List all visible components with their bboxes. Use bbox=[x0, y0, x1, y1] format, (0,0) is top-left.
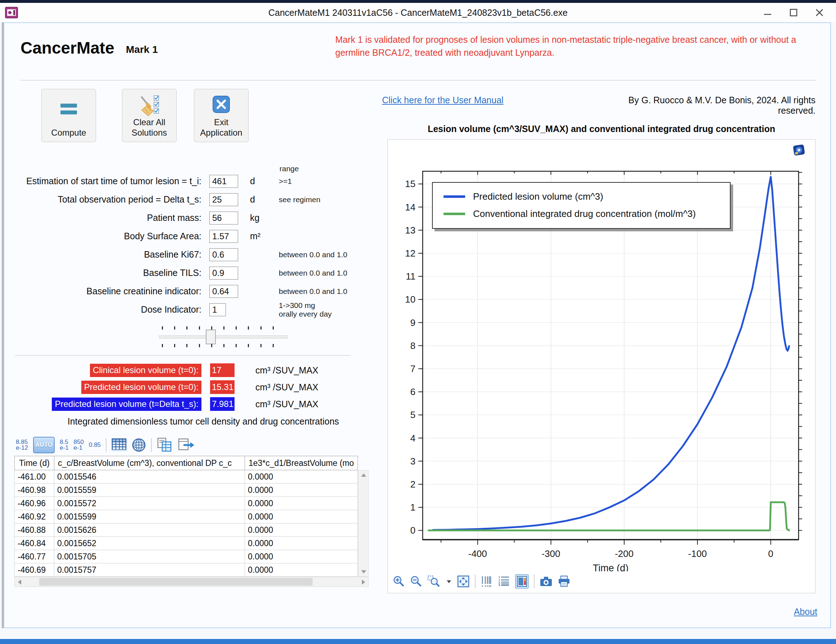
camera-icon[interactable] bbox=[540, 575, 552, 587]
field-input[interactable]: 0.6 bbox=[209, 248, 238, 261]
scroll-left-icon[interactable] bbox=[18, 580, 21, 585]
series-line-2 bbox=[428, 502, 789, 530]
export-table-icon[interactable] bbox=[178, 438, 195, 452]
field-box-wrap: 1 bbox=[201, 303, 250, 316]
close-icon bbox=[815, 8, 824, 17]
field-input[interactable]: 1.57 bbox=[209, 230, 238, 243]
floating-plot-icon[interactable] bbox=[515, 574, 529, 588]
field-unit: d bbox=[250, 194, 279, 205]
result-value[interactable]: 17 bbox=[210, 363, 235, 377]
maximize-button[interactable] bbox=[780, 3, 807, 22]
field-input[interactable]: 461 bbox=[209, 175, 238, 188]
svg-text:13: 13 bbox=[405, 225, 415, 235]
field-box-wrap: 0.9 bbox=[201, 266, 250, 280]
field-range-note: see regimen bbox=[279, 195, 320, 204]
clear-all-solutions-button[interactable]: Clear All Solutions bbox=[122, 89, 176, 142]
compute-equals-icon bbox=[42, 102, 96, 116]
table-grid-icon[interactable] bbox=[111, 438, 127, 452]
table-cell: -460.77 bbox=[15, 550, 54, 564]
field-input[interactable]: 0.9 bbox=[209, 266, 238, 280]
form-row: Body Surface Area:1.57m² bbox=[4, 227, 382, 245]
slider-track[interactable] bbox=[159, 335, 288, 338]
user-manual-link[interactable]: Click here for the User Manual bbox=[382, 95, 504, 105]
column-header-cc[interactable]: c_c/BreastVolume (cm^3), conventional DP… bbox=[54, 456, 245, 470]
slider-thumb[interactable] bbox=[206, 330, 216, 344]
scroll-down-icon[interactable] bbox=[361, 570, 366, 574]
compute-button[interactable]: Compute bbox=[41, 89, 96, 142]
table-cell: 0.0000 bbox=[245, 564, 358, 577]
zoom-box-icon[interactable] bbox=[427, 575, 441, 587]
svg-text:15: 15 bbox=[405, 178, 415, 189]
toolbar-separator bbox=[534, 575, 534, 588]
y-axis-scale-icon[interactable] bbox=[498, 575, 510, 587]
field-input[interactable]: 56 bbox=[209, 212, 238, 224]
sphere-icon[interactable] bbox=[132, 438, 146, 452]
minimize-button[interactable] bbox=[755, 3, 780, 22]
result-label-wrap: Clinical lesion volume (t=0): bbox=[4, 364, 201, 377]
results-divider bbox=[15, 355, 350, 356]
precision-button-eng2[interactable]: 850 e-1 bbox=[74, 439, 84, 450]
field-label: Dose Indicator: bbox=[4, 304, 201, 315]
scroll-right-icon[interactable] bbox=[362, 580, 365, 585]
table-cell: 0.0000 bbox=[245, 523, 358, 537]
printer-icon[interactable] bbox=[558, 575, 570, 587]
result-value[interactable]: 7.981 bbox=[210, 397, 235, 411]
table-row[interactable]: -460.690.00157570.0000 bbox=[15, 564, 369, 577]
compute-button-label: Compute bbox=[42, 128, 96, 138]
column-header-cd1[interactable]: 1e3*c_d1/BreastVolume (mo bbox=[245, 456, 358, 470]
field-input[interactable]: 0.64 bbox=[209, 285, 238, 298]
table-row[interactable]: -460.840.00156520.0000 bbox=[15, 537, 369, 550]
precision-auto-button[interactable]: AUTO bbox=[33, 437, 55, 453]
form-row: Estimation of start time of tumor lesion… bbox=[4, 172, 382, 190]
field-box-wrap: 56 bbox=[201, 212, 250, 224]
field-box-wrap: 1.57 bbox=[201, 230, 250, 243]
table-cell: -460.88 bbox=[15, 523, 54, 537]
precision-button-dec[interactable]: 0.85 bbox=[89, 442, 101, 448]
dose-slider[interactable] bbox=[159, 326, 288, 347]
table-row[interactable]: -460.880.00156260.0000 bbox=[15, 523, 369, 537]
app-brand: CancerMate bbox=[21, 38, 114, 57]
svg-text:Time (d): Time (d) bbox=[593, 563, 629, 571]
table-row[interactable]: -460.920.00155990.0000 bbox=[15, 510, 369, 523]
copy-table-icon[interactable] bbox=[157, 438, 173, 453]
field-range-note: between 0.0 and 1.0 bbox=[279, 287, 347, 296]
broom-checklist-icon bbox=[122, 95, 176, 118]
svg-text:8: 8 bbox=[410, 340, 415, 351]
svg-text:5: 5 bbox=[410, 409, 415, 420]
exit-application-button[interactable]: Exit Application bbox=[194, 89, 248, 142]
svg-text:-100: -100 bbox=[688, 548, 707, 559]
zoom-out-icon[interactable] bbox=[410, 575, 422, 587]
field-label: Baseline TILS: bbox=[4, 268, 201, 278]
table-row[interactable]: -461.000.00155460.0000 bbox=[15, 470, 369, 484]
field-box-wrap: 25 bbox=[201, 193, 250, 206]
result-unit: cm³ /SUV_MAX bbox=[255, 399, 318, 409]
table-row[interactable]: -460.980.00155590.0000 bbox=[15, 484, 369, 497]
result-label: Predicted lesion volume (t=Delta t_s): bbox=[52, 397, 201, 411]
horizontal-scroll-thumb[interactable] bbox=[39, 578, 313, 586]
header-divider bbox=[21, 80, 816, 80]
table-toolbar: 8.85 e-12 AUTO 8.5 e-1 850 e-1 0.85 bbox=[16, 437, 195, 453]
table-horizontal-scrollbar[interactable] bbox=[15, 577, 369, 587]
scroll-up-icon[interactable] bbox=[361, 474, 366, 477]
close-button[interactable] bbox=[807, 3, 833, 22]
precision-button-sci[interactable]: 8.85 e-12 bbox=[16, 439, 28, 450]
screen: CancerMateM1 240311v1aC56 - CancerMateM1… bbox=[0, 0, 836, 644]
x-axis-scale-icon[interactable] bbox=[481, 575, 493, 587]
table-row[interactable]: -460.770.00157050.0000 bbox=[15, 550, 369, 564]
svg-text:-300: -300 bbox=[541, 548, 560, 559]
column-header-time[interactable]: Time (d) bbox=[15, 456, 54, 470]
field-input[interactable]: 1 bbox=[209, 303, 226, 316]
caret-down-icon[interactable] bbox=[446, 579, 452, 584]
precision-button-eng[interactable]: 8.5 e-1 bbox=[60, 439, 69, 450]
chart-toolbar bbox=[393, 573, 570, 590]
fit-view-icon[interactable] bbox=[457, 575, 470, 588]
field-box-wrap: 0.64 bbox=[201, 285, 250, 298]
svg-text:1: 1 bbox=[410, 502, 415, 513]
table-row[interactable]: -460.960.00155720.0000 bbox=[15, 497, 369, 510]
table-vertical-scrollbar[interactable] bbox=[358, 470, 369, 577]
field-input[interactable]: 25 bbox=[209, 193, 238, 206]
zoom-in-icon[interactable] bbox=[393, 575, 405, 587]
field-label: Estimation of start time of tumor lesion… bbox=[4, 176, 201, 186]
result-value[interactable]: 15.31 bbox=[210, 380, 235, 394]
about-link[interactable]: About bbox=[794, 606, 817, 617]
